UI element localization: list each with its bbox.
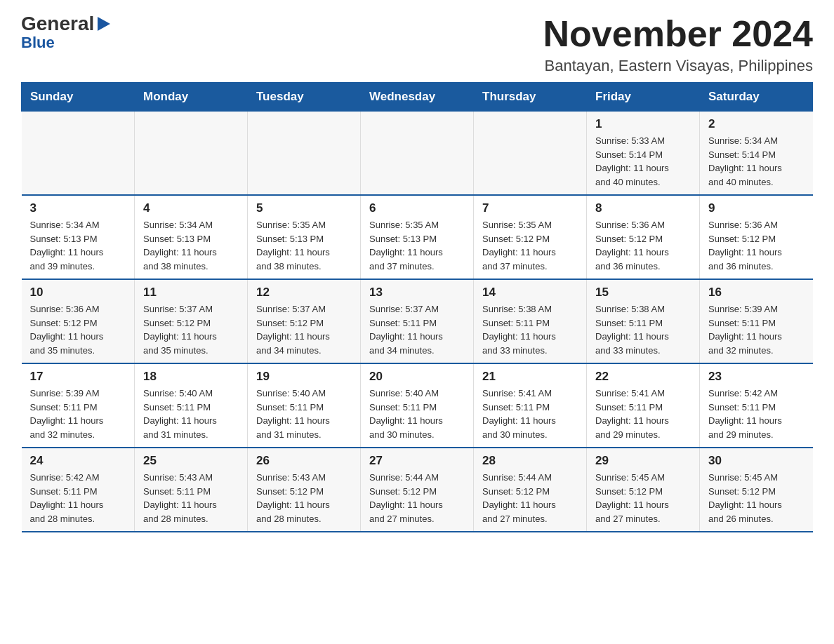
day-number: 4	[143, 201, 239, 215]
day-info: Sunrise: 5:43 AMSunset: 5:11 PMDaylight:…	[143, 471, 239, 525]
page-header: General Blue November 2024 Bantayan, Eas…	[21, 14, 813, 75]
location-subtitle: Bantayan, Eastern Visayas, Philippines	[543, 57, 813, 75]
calendar-cell: 10Sunrise: 5:36 AMSunset: 5:12 PMDayligh…	[22, 279, 135, 363]
calendar-cell: 14Sunrise: 5:38 AMSunset: 5:11 PMDayligh…	[474, 279, 587, 363]
day-number: 22	[595, 370, 691, 384]
calendar-cell	[22, 112, 135, 196]
logo-triangle-icon	[98, 17, 110, 31]
calendar-cell: 17Sunrise: 5:39 AMSunset: 5:11 PMDayligh…	[22, 363, 135, 448]
day-info: Sunrise: 5:36 AMSunset: 5:12 PMDaylight:…	[595, 218, 691, 273]
day-info: Sunrise: 5:42 AMSunset: 5:11 PMDaylight:…	[30, 471, 126, 525]
day-number: 20	[369, 370, 465, 384]
day-info: Sunrise: 5:35 AMSunset: 5:12 PMDaylight:…	[482, 218, 578, 273]
title-block: November 2024 Bantayan, Eastern Visayas,…	[543, 14, 813, 75]
weekday-header-friday: Friday	[587, 83, 700, 112]
day-number: 21	[482, 370, 578, 384]
day-info: Sunrise: 5:34 AMSunset: 5:13 PMDaylight:…	[30, 218, 126, 273]
day-number: 8	[595, 201, 691, 215]
day-number: 12	[256, 286, 352, 300]
day-info: Sunrise: 5:38 AMSunset: 5:11 PMDaylight:…	[595, 302, 691, 357]
calendar-cell: 13Sunrise: 5:37 AMSunset: 5:11 PMDayligh…	[361, 279, 474, 363]
day-info: Sunrise: 5:35 AMSunset: 5:13 PMDaylight:…	[369, 218, 465, 273]
calendar-cell: 22Sunrise: 5:41 AMSunset: 5:11 PMDayligh…	[587, 363, 700, 448]
calendar-week-2: 3Sunrise: 5:34 AMSunset: 5:13 PMDaylight…	[22, 195, 813, 279]
day-number: 1	[595, 117, 691, 131]
calendar-cell: 3Sunrise: 5:34 AMSunset: 5:13 PMDaylight…	[22, 195, 135, 279]
calendar-header: SundayMondayTuesdayWednesdayThursdayFrid…	[22, 83, 813, 112]
calendar-cell: 25Sunrise: 5:43 AMSunset: 5:11 PMDayligh…	[135, 448, 248, 532]
day-info: Sunrise: 5:40 AMSunset: 5:11 PMDaylight:…	[143, 387, 239, 441]
calendar-cell: 5Sunrise: 5:35 AMSunset: 5:13 PMDaylight…	[248, 195, 361, 279]
weekday-header-tuesday: Tuesday	[248, 83, 361, 112]
day-number: 17	[30, 370, 126, 384]
calendar-cell	[135, 112, 248, 196]
calendar-cell: 1Sunrise: 5:33 AMSunset: 5:14 PMDaylight…	[587, 112, 700, 196]
main-title: November 2024	[543, 14, 813, 54]
day-number: 18	[143, 370, 239, 384]
logo: General Blue	[21, 14, 111, 52]
calendar-cell: 26Sunrise: 5:43 AMSunset: 5:12 PMDayligh…	[248, 448, 361, 532]
day-info: Sunrise: 5:41 AMSunset: 5:11 PMDaylight:…	[482, 387, 578, 441]
day-number: 10	[30, 286, 126, 300]
day-info: Sunrise: 5:38 AMSunset: 5:11 PMDaylight:…	[482, 302, 578, 357]
calendar-cell: 2Sunrise: 5:34 AMSunset: 5:14 PMDaylight…	[700, 112, 813, 196]
calendar-cell: 7Sunrise: 5:35 AMSunset: 5:12 PMDaylight…	[474, 195, 587, 279]
day-info: Sunrise: 5:44 AMSunset: 5:12 PMDaylight:…	[482, 471, 578, 525]
calendar-cell: 23Sunrise: 5:42 AMSunset: 5:11 PMDayligh…	[700, 363, 813, 448]
calendar-cell: 18Sunrise: 5:40 AMSunset: 5:11 PMDayligh…	[135, 363, 248, 448]
day-number: 16	[708, 286, 805, 300]
weekday-header-thursday: Thursday	[474, 83, 587, 112]
day-info: Sunrise: 5:37 AMSunset: 5:12 PMDaylight:…	[143, 302, 239, 357]
calendar-cell: 20Sunrise: 5:40 AMSunset: 5:11 PMDayligh…	[361, 363, 474, 448]
day-info: Sunrise: 5:40 AMSunset: 5:11 PMDaylight:…	[369, 387, 465, 441]
weekday-header-saturday: Saturday	[700, 83, 813, 112]
day-number: 29	[595, 454, 691, 468]
calendar-cell: 15Sunrise: 5:38 AMSunset: 5:11 PMDayligh…	[587, 279, 700, 363]
day-info: Sunrise: 5:43 AMSunset: 5:12 PMDaylight:…	[256, 471, 352, 525]
calendar-cell: 24Sunrise: 5:42 AMSunset: 5:11 PMDayligh…	[22, 448, 135, 532]
calendar-cell	[474, 112, 587, 196]
day-info: Sunrise: 5:37 AMSunset: 5:12 PMDaylight:…	[256, 302, 352, 357]
day-info: Sunrise: 5:40 AMSunset: 5:11 PMDaylight:…	[256, 387, 352, 441]
day-number: 13	[369, 286, 465, 300]
day-number: 14	[482, 286, 578, 300]
calendar-cell: 11Sunrise: 5:37 AMSunset: 5:12 PMDayligh…	[135, 279, 248, 363]
calendar-week-5: 24Sunrise: 5:42 AMSunset: 5:11 PMDayligh…	[22, 448, 813, 532]
day-number: 28	[482, 454, 578, 468]
weekday-header-monday: Monday	[135, 83, 248, 112]
calendar-cell: 21Sunrise: 5:41 AMSunset: 5:11 PMDayligh…	[474, 363, 587, 448]
day-number: 3	[30, 201, 126, 215]
day-number: 25	[143, 454, 239, 468]
day-number: 30	[708, 454, 805, 468]
logo-general-text: General	[21, 14, 94, 34]
calendar-week-4: 17Sunrise: 5:39 AMSunset: 5:11 PMDayligh…	[22, 363, 813, 448]
calendar-cell: 16Sunrise: 5:39 AMSunset: 5:11 PMDayligh…	[700, 279, 813, 363]
calendar-cell: 30Sunrise: 5:45 AMSunset: 5:12 PMDayligh…	[700, 448, 813, 532]
calendar-cell	[361, 112, 474, 196]
calendar-cell: 27Sunrise: 5:44 AMSunset: 5:12 PMDayligh…	[361, 448, 474, 532]
day-number: 2	[708, 117, 805, 131]
day-info: Sunrise: 5:44 AMSunset: 5:12 PMDaylight:…	[369, 471, 465, 525]
day-number: 26	[256, 454, 352, 468]
calendar-cell: 8Sunrise: 5:36 AMSunset: 5:12 PMDaylight…	[587, 195, 700, 279]
logo-blue-text: Blue	[21, 34, 55, 52]
day-info: Sunrise: 5:39 AMSunset: 5:11 PMDaylight:…	[708, 302, 805, 357]
calendar-cell: 19Sunrise: 5:40 AMSunset: 5:11 PMDayligh…	[248, 363, 361, 448]
weekday-header-wednesday: Wednesday	[361, 83, 474, 112]
day-info: Sunrise: 5:33 AMSunset: 5:14 PMDaylight:…	[595, 134, 691, 189]
calendar-cell: 9Sunrise: 5:36 AMSunset: 5:12 PMDaylight…	[700, 195, 813, 279]
calendar-cell	[248, 112, 361, 196]
day-info: Sunrise: 5:35 AMSunset: 5:13 PMDaylight:…	[256, 218, 352, 273]
calendar-cell: 4Sunrise: 5:34 AMSunset: 5:13 PMDaylight…	[135, 195, 248, 279]
day-number: 9	[708, 201, 805, 215]
calendar-cell: 6Sunrise: 5:35 AMSunset: 5:13 PMDaylight…	[361, 195, 474, 279]
weekday-header-sunday: Sunday	[22, 83, 135, 112]
day-info: Sunrise: 5:36 AMSunset: 5:12 PMDaylight:…	[708, 218, 805, 273]
day-number: 27	[369, 454, 465, 468]
calendar-body: 1Sunrise: 5:33 AMSunset: 5:14 PMDaylight…	[22, 112, 813, 532]
calendar-week-1: 1Sunrise: 5:33 AMSunset: 5:14 PMDaylight…	[22, 112, 813, 196]
day-number: 7	[482, 201, 578, 215]
day-info: Sunrise: 5:37 AMSunset: 5:11 PMDaylight:…	[369, 302, 465, 357]
day-info: Sunrise: 5:45 AMSunset: 5:12 PMDaylight:…	[595, 471, 691, 525]
day-info: Sunrise: 5:41 AMSunset: 5:11 PMDaylight:…	[595, 387, 691, 441]
